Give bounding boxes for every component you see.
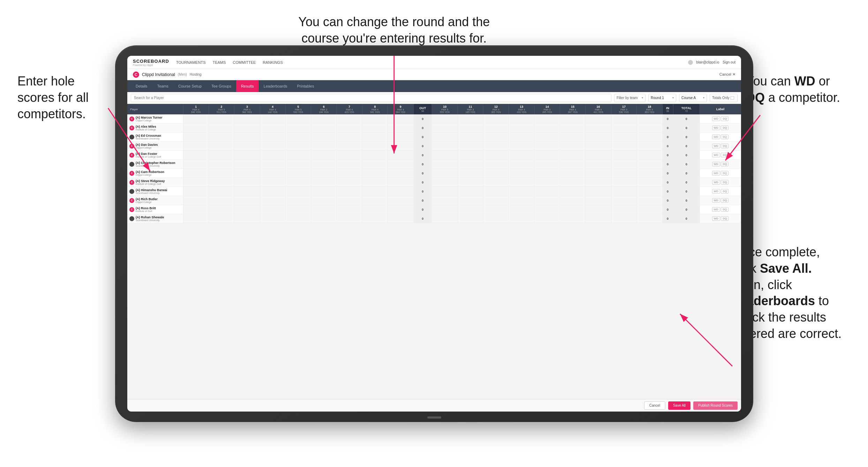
- score-hole-7[interactable]: [337, 169, 362, 178]
- dq-button[interactable]: DQ: [721, 189, 729, 194]
- score-hole-11[interactable]: [458, 142, 483, 151]
- score-hole-9[interactable]: [388, 178, 413, 187]
- score-hole-18[interactable]: [637, 187, 662, 196]
- score-hole-17[interactable]: [611, 205, 636, 214]
- score-hole-4[interactable]: [260, 151, 285, 160]
- score-hole-4[interactable]: [260, 123, 285, 133]
- search-input[interactable]: [131, 94, 611, 102]
- score-hole-18[interactable]: [637, 169, 662, 178]
- score-hole-12[interactable]: [483, 205, 508, 214]
- score-hole-11[interactable]: [458, 151, 483, 160]
- dq-button[interactable]: DQ: [721, 207, 729, 212]
- score-hole-15[interactable]: [560, 214, 586, 223]
- score-hole-1[interactable]: [183, 169, 209, 178]
- dq-button[interactable]: DQ: [721, 116, 729, 121]
- tab-printables[interactable]: Printables: [292, 80, 319, 92]
- score-hole-8[interactable]: [362, 214, 388, 223]
- score-hole-1[interactable]: [183, 205, 209, 214]
- score-hole-18[interactable]: [637, 160, 662, 169]
- score-hole-3[interactable]: [234, 151, 260, 160]
- score-hole-1[interactable]: [183, 151, 209, 160]
- score-hole-6[interactable]: [311, 151, 337, 160]
- wd-button[interactable]: WD: [712, 126, 720, 130]
- score-hole-9[interactable]: [388, 187, 413, 196]
- totals-only-toggle[interactable]: Totals Only: [710, 94, 738, 102]
- score-hole-2[interactable]: [209, 133, 234, 142]
- score-hole-7[interactable]: [337, 178, 362, 187]
- score-hole-5[interactable]: [285, 160, 311, 169]
- score-hole-12[interactable]: [483, 114, 508, 123]
- score-hole-4[interactable]: [260, 133, 285, 142]
- score-hole-8[interactable]: [362, 123, 388, 133]
- score-hole-10[interactable]: [432, 160, 458, 169]
- score-hole-6[interactable]: [311, 142, 337, 151]
- cancel-button[interactable]: Cancel: [644, 401, 665, 410]
- score-hole-15[interactable]: [560, 169, 586, 178]
- score-hole-6[interactable]: [311, 187, 337, 196]
- score-hole-6[interactable]: [311, 169, 337, 178]
- score-hole-13[interactable]: [509, 123, 534, 133]
- score-hole-18[interactable]: [637, 114, 662, 123]
- score-hole-16[interactable]: [586, 142, 611, 151]
- score-hole-10[interactable]: [432, 133, 458, 142]
- score-hole-12[interactable]: [483, 151, 508, 160]
- score-hole-16[interactable]: [586, 133, 611, 142]
- sign-out-link[interactable]: Sign out: [723, 60, 735, 64]
- nav-teams[interactable]: TEAMS: [213, 60, 226, 65]
- score-hole-8[interactable]: [362, 169, 388, 178]
- score-hole-17[interactable]: [611, 178, 636, 187]
- wd-button[interactable]: WD: [712, 162, 720, 166]
- score-hole-15[interactable]: [560, 142, 586, 151]
- tab-tee-groups[interactable]: Tee Groups: [206, 80, 236, 92]
- score-hole-1[interactable]: [183, 178, 209, 187]
- score-hole-6[interactable]: [311, 160, 337, 169]
- round-dropdown[interactable]: Round 1 ▾: [648, 94, 676, 102]
- wd-button[interactable]: WD: [712, 116, 720, 121]
- score-hole-9[interactable]: [388, 205, 413, 214]
- score-hole-7[interactable]: [337, 151, 362, 160]
- score-hole-6[interactable]: [311, 133, 337, 142]
- dq-button[interactable]: DQ: [721, 162, 729, 166]
- score-hole-17[interactable]: [611, 214, 636, 223]
- tab-teams[interactable]: Teams: [152, 80, 173, 92]
- score-hole-18[interactable]: [637, 178, 662, 187]
- score-hole-10[interactable]: [432, 142, 458, 151]
- score-hole-1[interactable]: [183, 123, 209, 133]
- score-hole-6[interactable]: [311, 114, 337, 123]
- score-hole-1[interactable]: [183, 114, 209, 123]
- score-hole-17[interactable]: [611, 133, 636, 142]
- score-hole-15[interactable]: [560, 178, 586, 187]
- score-hole-12[interactable]: [483, 196, 508, 205]
- score-hole-10[interactable]: [432, 196, 458, 205]
- wd-button[interactable]: WD: [712, 135, 720, 139]
- score-hole-11[interactable]: [458, 160, 483, 169]
- score-hole-4[interactable]: [260, 196, 285, 205]
- score-hole-7[interactable]: [337, 123, 362, 133]
- publish-button[interactable]: Publish Round Scores: [693, 401, 738, 410]
- score-hole-2[interactable]: [209, 123, 234, 133]
- score-hole-9[interactable]: [388, 133, 413, 142]
- score-hole-10[interactable]: [432, 178, 458, 187]
- filter-by-team-dropdown[interactable]: Filter by team ▾: [614, 94, 646, 102]
- score-hole-5[interactable]: [285, 123, 311, 133]
- score-hole-13[interactable]: [509, 214, 534, 223]
- score-hole-18[interactable]: [637, 151, 662, 160]
- dq-button[interactable]: DQ: [721, 198, 729, 203]
- score-hole-12[interactable]: [483, 187, 508, 196]
- score-hole-8[interactable]: [362, 187, 388, 196]
- score-hole-14[interactable]: [534, 187, 560, 196]
- score-hole-18[interactable]: [637, 123, 662, 133]
- dq-button[interactable]: DQ: [721, 126, 729, 130]
- dq-button[interactable]: DQ: [721, 171, 729, 175]
- score-hole-4[interactable]: [260, 187, 285, 196]
- score-hole-6[interactable]: [311, 178, 337, 187]
- score-hole-2[interactable]: [209, 114, 234, 123]
- score-hole-5[interactable]: [285, 178, 311, 187]
- score-hole-15[interactable]: [560, 160, 586, 169]
- score-hole-11[interactable]: [458, 114, 483, 123]
- score-hole-17[interactable]: [611, 151, 636, 160]
- score-hole-16[interactable]: [586, 123, 611, 133]
- score-hole-10[interactable]: [432, 205, 458, 214]
- score-hole-5[interactable]: [285, 114, 311, 123]
- score-hole-11[interactable]: [458, 123, 483, 133]
